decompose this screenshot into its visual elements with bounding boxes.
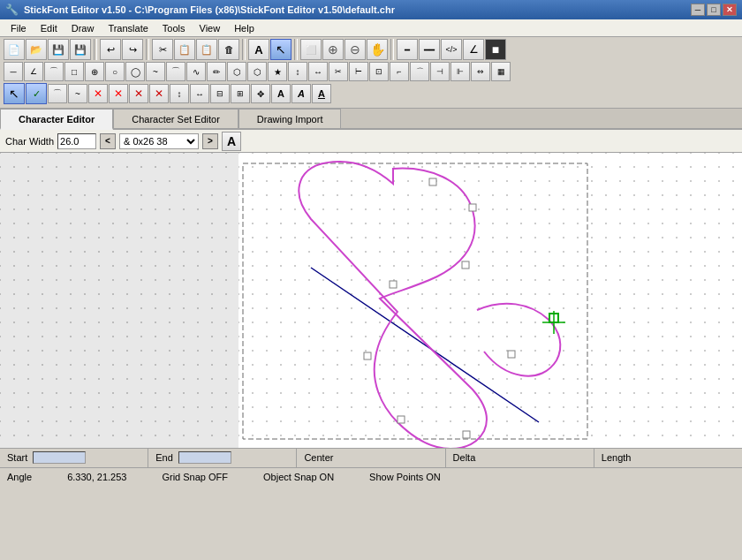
maximize-button[interactable]: □ (707, 4, 721, 16)
toolbar-area: 📄 📂 💾 💾 ↩ ↪ ✂ 📋 📋 🗑 A ↖ ⬜ ⊕ ⊖ ✋ ━ ━━ </>… (0, 37, 742, 109)
tab-character-set-editor[interactable]: Character Set Editor (113, 109, 238, 128)
drawing-canvas[interactable] (0, 153, 742, 448)
smooth-tool[interactable]: ~ (68, 84, 87, 103)
extend-tool[interactable]: ⊢ (349, 62, 368, 81)
poly2-tool[interactable]: ⬡ (247, 62, 267, 81)
ellipse-tool[interactable]: ◯ (125, 62, 145, 81)
text-a-tool[interactable]: A (271, 84, 291, 103)
window-controls: ─ □ ✕ (691, 4, 737, 16)
delta-label: Delta (453, 452, 476, 463)
menu-file[interactable]: File (4, 21, 34, 35)
distribute-tool[interactable]: ⊞ (231, 84, 250, 103)
cut-button[interactable]: ✂ (152, 39, 173, 60)
break-tool[interactable]: ⊣ (430, 62, 450, 81)
bezier-tool[interactable]: ⌒ (166, 62, 186, 81)
circle-center-tool[interactable]: ⊕ (85, 62, 104, 81)
line-style2[interactable]: ━━ (419, 39, 440, 60)
hatch-tool[interactable]: ▦ (491, 62, 511, 81)
explode2-red[interactable]: ✕ (109, 84, 128, 103)
spline-tool[interactable]: ~ (146, 62, 165, 81)
open-button[interactable]: 📂 (26, 39, 47, 60)
dashed-border-svg (238, 153, 742, 448)
save-button[interactable]: 💾 (48, 39, 69, 60)
end-input[interactable] (178, 451, 231, 464)
poly-tool[interactable]: ⬡ (227, 62, 246, 81)
bezier3-tool[interactable]: ∿ (186, 62, 206, 81)
tab-character-editor[interactable]: Character Editor (0, 109, 113, 130)
angle-line-tool[interactable]: ∠ (24, 62, 43, 81)
start-input[interactable] (33, 451, 86, 464)
chamfer-tool[interactable]: ⌐ (390, 62, 409, 81)
char-preview-button[interactable]: A (222, 132, 241, 151)
zoom-select[interactable]: ⬜ (300, 39, 322, 60)
mirror-y-tool[interactable]: ↔ (308, 62, 328, 81)
minimize-button[interactable]: ─ (691, 4, 705, 16)
select-button[interactable]: ↖ (270, 39, 292, 60)
select-arrow-tool[interactable]: ↖ (4, 83, 25, 104)
zoom-in[interactable]: ⊕ (322, 39, 344, 60)
left-grid (0, 153, 238, 448)
delete-button[interactable]: 🗑 (218, 39, 239, 60)
cross-red[interactable]: ✕ (129, 84, 148, 103)
undo-button[interactable]: ↩ (100, 39, 121, 60)
char-code-select[interactable]: & 0x26 38 (119, 133, 199, 149)
new-button[interactable]: 📄 (4, 39, 25, 60)
angle-button[interactable]: ∠ (463, 39, 484, 60)
menu-help[interactable]: Help (227, 21, 261, 35)
align-tool[interactable]: ⊟ (210, 84, 230, 103)
move-tool[interactable]: ✥ (251, 84, 270, 103)
next-char-button[interactable]: > (202, 133, 218, 149)
text-a3-tool[interactable]: A (312, 84, 331, 103)
node-edit-tool[interactable]: ⌒ (48, 84, 67, 103)
pan-button[interactable]: ✋ (367, 39, 388, 60)
coordinates-display: 6.330, 21.253 (67, 472, 126, 482)
menu-edit[interactable]: Edit (34, 21, 64, 35)
svg-rect-2 (429, 178, 436, 185)
cross2-red[interactable]: ✕ (149, 84, 169, 103)
stretch-v[interactable]: ↕ (170, 84, 189, 103)
menu-draw[interactable]: Draw (64, 21, 102, 35)
prev-char-button[interactable]: < (100, 133, 116, 149)
save-as-button[interactable]: 💾 (70, 39, 91, 60)
grid-snap-status: Grid Snap OFF (162, 472, 228, 482)
circle-tool[interactable]: ○ (105, 62, 125, 81)
zoom-out[interactable]: ⊖ (344, 39, 366, 60)
fillet-tool[interactable]: ⌒ (410, 62, 429, 81)
mirror-x-tool[interactable]: ↕ (288, 62, 307, 81)
text-a2-tool[interactable]: A (292, 84, 311, 103)
statusbar: Start End Center Delta Length Angle 6.33… (0, 448, 742, 487)
toolbar-row3: ↖ ✓ ⌒ ~ ✕ ✕ ✕ ✕ ↕ ↔ ⊟ ⊞ ✥ A A A (4, 83, 738, 104)
trim-tool[interactable]: ✂ (329, 62, 348, 81)
fill-button[interactable]: ■ (485, 39, 506, 60)
menu-tools[interactable]: Tools (155, 21, 193, 35)
redo-button[interactable]: ↪ (122, 39, 143, 60)
rect-tool[interactable]: □ (64, 62, 84, 81)
length-label: Length (602, 452, 632, 463)
select-check-tool[interactable]: ✓ (26, 83, 47, 104)
show-points-status: Show Points ON (369, 472, 441, 482)
star-tool[interactable]: ★ (268, 62, 287, 81)
copy-button[interactable]: 📋 (174, 39, 195, 60)
stretch-h[interactable]: ↔ (190, 84, 209, 103)
svg-rect-9 (508, 351, 515, 358)
dimension-tool[interactable]: ⇔ (471, 62, 490, 81)
status-row2: Angle 6.330, 21.253 Grid Snap OFF Object… (0, 468, 742, 487)
right-canvas (238, 153, 742, 448)
close-button[interactable]: ✕ (723, 4, 737, 16)
freehand-tool[interactable]: ✏ (207, 62, 226, 81)
menu-translate[interactable]: Translate (101, 21, 155, 35)
menu-view[interactable]: View (193, 21, 228, 35)
line-tool[interactable]: ─ (4, 62, 23, 81)
char-width-input[interactable] (57, 133, 96, 149)
explode-red[interactable]: ✕ (88, 84, 108, 103)
line-style[interactable]: ━ (397, 39, 418, 60)
code-button[interactable]: </> (441, 39, 462, 60)
join-tool[interactable]: ⊩ (450, 62, 470, 81)
arc-tool[interactable]: ⌒ (44, 62, 64, 81)
paste-button[interactable]: 📋 (196, 39, 217, 60)
tab-drawing-import[interactable]: Drawing Import (238, 109, 342, 128)
offset-tool[interactable]: ⊡ (369, 62, 389, 81)
text-button[interactable]: A (248, 39, 269, 60)
end-cell: End (148, 449, 297, 467)
start-label: Start (7, 452, 27, 463)
